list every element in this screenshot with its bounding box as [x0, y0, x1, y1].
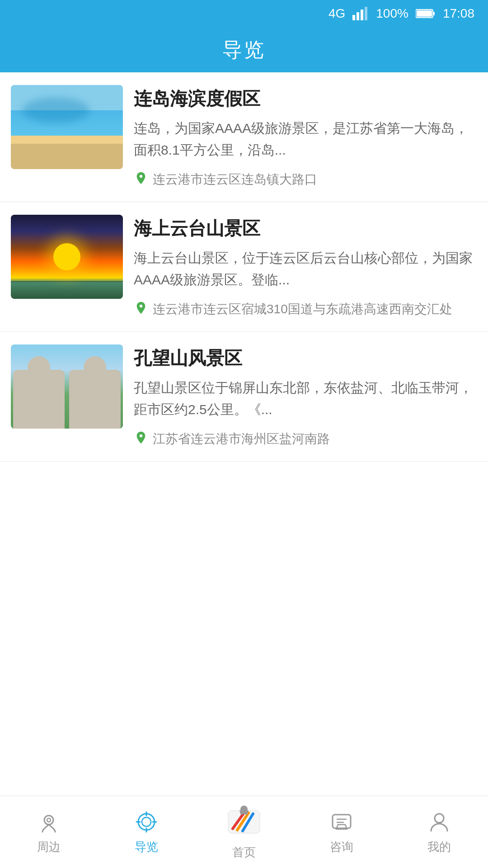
svg-rect-2 — [361, 9, 363, 20]
svg-rect-5 — [433, 12, 435, 15]
status-bar: 4G 100% 17:08 — [0, 0, 488, 27]
svg-point-23 — [435, 814, 444, 823]
status-bar-info: 4G 100% 17:08 — [328, 6, 474, 21]
nav-item-mine[interactable]: 我的 — [390, 809, 488, 855]
svg-point-10 — [142, 817, 151, 826]
item-name-1: 连岛海滨度假区 — [134, 87, 477, 110]
item-name-3: 孔望山风景区 — [134, 346, 477, 370]
location-text-2: 连云港市连云区宿城310国道与东疏港高速西南交汇处 — [153, 300, 452, 319]
nav-label-mine: 我的 — [427, 839, 451, 855]
list-item[interactable]: 海上云台山景区 海上云台山景区，位于连云区后云台山核心部位，为国家AAAA级旅游… — [0, 202, 488, 332]
page-title: 导览 — [222, 37, 266, 63]
item-desc-1: 连岛，为国家AAAA级旅游景区，是江苏省第一大海岛，面积8.1平方公里，沿岛..… — [134, 118, 477, 161]
svg-rect-3 — [365, 7, 367, 20]
battery-icon — [416, 8, 436, 19]
nav-label-home: 首页 — [232, 844, 256, 860]
nav-label-nearby: 周边 — [37, 839, 61, 855]
svg-rect-20 — [333, 815, 351, 828]
svg-point-8 — [47, 818, 51, 822]
item-location-2: 连云港市连云区宿城310国道与东疏港高速西南交汇处 — [134, 300, 477, 319]
item-name-2: 海上云台山景区 — [134, 217, 477, 240]
main-content: 连岛海滨度假区 连岛，为国家AAAA级旅游景区，是江苏省第一大海岛，面积8.1平… — [0, 72, 488, 796]
item-info-1: 连岛海滨度假区 连岛，为国家AAAA级旅游景区，是江苏省第一大海岛，面积8.1平… — [123, 85, 477, 189]
location-text-3: 江苏省连云港市海州区盐河南路 — [153, 429, 330, 448]
nav-item-nearby[interactable]: 周边 — [0, 809, 98, 855]
consult-icon — [329, 809, 354, 835]
nav-item-consult[interactable]: 咨询 — [293, 809, 390, 855]
time-text: 17:08 — [443, 6, 474, 21]
bottom-nav: 周边 导览 — [0, 796, 488, 868]
home-icon — [224, 804, 264, 840]
mine-icon — [427, 809, 452, 835]
signal-text: 4G — [328, 6, 345, 21]
item-location-1: 连云港市连云区连岛镇大路口 — [134, 170, 477, 189]
svg-rect-0 — [352, 15, 355, 20]
item-desc-3: 孔望山景区位于锦屏山东北部，东依盐河、北临玉带河，距市区约2.5公里。《... — [134, 377, 477, 420]
location-icon — [134, 430, 148, 445]
nav-label-consult: 咨询 — [330, 839, 353, 855]
list-item[interactable]: 孔望山风景区 孔望山景区位于锦屏山东北部，东依盐河、北临玉带河，距市区约2.5公… — [0, 332, 488, 462]
list-item[interactable]: 连岛海滨度假区 连岛，为国家AAAA级旅游景区，是江苏省第一大海岛，面积8.1平… — [0, 72, 488, 202]
item-image-sunset — [11, 215, 123, 299]
item-info-3: 孔望山风景区 孔望山景区位于锦屏山东北部，东依盐河、北临玉带河，距市区约2.5公… — [123, 344, 477, 448]
svg-rect-1 — [357, 12, 359, 20]
nearby-icon — [36, 809, 61, 835]
location-text-1: 连云港市连云区连岛镇大路口 — [153, 170, 317, 189]
nav-item-guide[interactable]: 导览 — [98, 809, 195, 855]
location-icon — [134, 301, 148, 315]
signal-icon — [352, 7, 369, 20]
item-desc-2: 海上云台山景区，位于连云区后云台山核心部位，为国家AAAA级旅游景区。登临... — [134, 247, 477, 291]
svg-rect-6 — [417, 10, 432, 17]
item-location-3: 江苏省连云港市海州区盐河南路 — [134, 429, 477, 448]
item-info-2: 海上云台山景区 海上云台山景区，位于连云区后云台山核心部位，为国家AAAA级旅游… — [123, 215, 477, 319]
nav-label-guide: 导览 — [135, 839, 158, 855]
battery-text: 100% — [376, 6, 408, 21]
item-image-statue — [11, 344, 123, 429]
item-image-beach — [11, 85, 123, 169]
header: 导览 — [0, 27, 488, 72]
location-icon — [134, 171, 148, 185]
guide-icon — [134, 809, 159, 835]
svg-point-7 — [44, 816, 53, 825]
nav-item-home[interactable]: 首页 — [195, 804, 293, 860]
